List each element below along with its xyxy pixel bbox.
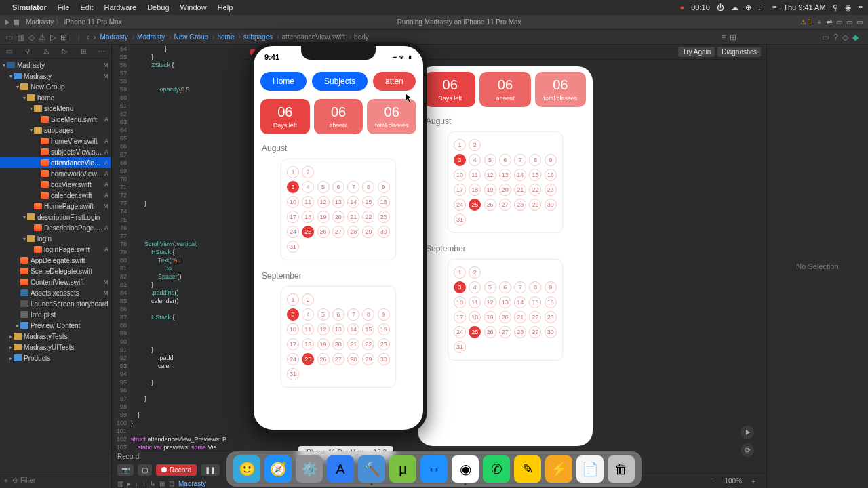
wifi-icon[interactable]: ⋰ (758, 3, 766, 12)
refresh-button[interactable]: ⟳ (741, 443, 754, 457)
dbg-btn[interactable]: ⊡ (169, 480, 174, 487)
file-row[interactable]: ▾subpages (0, 125, 111, 136)
calendar-day[interactable]: 18 (469, 184, 481, 196)
dock-teamviewer[interactable]: ↔ (420, 455, 448, 483)
breadcrumb[interactable]: MadrastyMadrastyNew Grouphomesubpagesatt… (100, 33, 370, 41)
calendar-day[interactable]: 20 (332, 338, 344, 350)
calendar-day[interactable]: 21 (514, 184, 526, 196)
calendar-day[interactable]: 1 (454, 266, 466, 279)
siri-icon[interactable]: ◉ (845, 3, 852, 12)
calendar-day[interactable]: 6 (499, 281, 511, 293)
calendar-day[interactable]: 24 (287, 226, 299, 238)
file-row[interactable]: ▾home (0, 92, 111, 103)
preview-device[interactable]: 06Days left06absent06total classesAugust… (418, 66, 593, 446)
calendar-day[interactable]: 16 (545, 296, 557, 308)
dbg-btn[interactable]: ↓ (135, 480, 138, 487)
zoom-in[interactable]: ＋ (750, 476, 757, 486)
calendar-day[interactable]: 6 (332, 308, 344, 321)
dock-safari[interactable]: 🧭 (264, 455, 292, 483)
dock-utorrent[interactable]: μ (389, 455, 416, 483)
calendar-day[interactable]: 7 (514, 154, 526, 166)
calendar-day[interactable]: 28 (347, 353, 359, 365)
calendar-day[interactable]: 28 (347, 226, 359, 238)
calendar-day[interactable]: 30 (378, 353, 390, 365)
calendar-day[interactable]: 5 (317, 181, 330, 193)
clock[interactable]: Thu 9:41 AM (783, 3, 825, 12)
calendar-day[interactable]: 23 (378, 211, 390, 223)
calendar-day[interactable]: 2 (302, 166, 314, 178)
calendar-day[interactable]: 29 (362, 353, 374, 365)
calendar-day[interactable]: 12 (484, 169, 496, 181)
nav-btn[interactable]: ▭ (5, 33, 13, 42)
calendar-day[interactable]: 18 (302, 338, 314, 350)
calendar-day[interactable]: 15 (529, 296, 541, 308)
calendar-day[interactable]: 25 (302, 226, 314, 238)
calendar-day[interactable]: 16 (545, 169, 557, 181)
screenshot-button[interactable]: ▢ (138, 464, 152, 476)
calendar-day[interactable]: 23 (378, 338, 390, 350)
calendar-day[interactable]: 9 (545, 281, 557, 293)
file-row[interactable]: ContentView.swiftM (0, 277, 111, 287)
warning-icon[interactable]: ⚠︎ (800, 18, 806, 26)
file-row[interactable]: AppDelegate.swift (0, 255, 111, 266)
dock-notes[interactable]: ✎ (514, 455, 541, 483)
dock-appstore[interactable]: A (327, 455, 354, 483)
dock-xcode[interactable]: 🔨 (358, 455, 385, 483)
calendar-day[interactable]: 17 (287, 338, 299, 350)
calendar-day[interactable]: 12 (317, 196, 330, 208)
nav-btn[interactable]: ◇ (28, 33, 35, 42)
file-row[interactable]: SceneDelegate.swift (0, 266, 111, 277)
calendar-day[interactable]: 28 (514, 199, 526, 211)
calendar-day[interactable]: 13 (332, 196, 344, 208)
calendar-day[interactable]: 26 (317, 226, 330, 238)
calendar-day[interactable]: 14 (347, 323, 359, 336)
file-row[interactable]: ▾descriptionFirstLogin (0, 211, 111, 222)
nav-selector[interactable]: ▭⚲⚠▷⊞⋯ (0, 45, 111, 58)
file-row[interactable]: ▾login (0, 233, 111, 244)
calendar-day[interactable]: 25 (302, 353, 314, 365)
dbg-btn[interactable]: ↳ (150, 480, 155, 487)
status-icon[interactable]: ≡ (772, 3, 776, 12)
file-row[interactable]: subjectsView.swiftA (0, 146, 111, 157)
try-again-button[interactable]: Try Again (678, 47, 715, 57)
calendar-day[interactable]: 23 (545, 311, 557, 323)
file-row[interactable]: loginPage.swiftA (0, 244, 111, 255)
calendar-day[interactable]: 5 (317, 308, 330, 321)
editor-opt[interactable]: ⊞ (730, 33, 736, 42)
menu-window[interactable]: Window (180, 3, 207, 12)
dock-whatsapp[interactable]: ✆ (483, 455, 510, 483)
diagnostics-button[interactable]: Diagnostics (717, 47, 761, 57)
calendar-day[interactable]: 11 (302, 323, 314, 336)
calendar-day[interactable]: 2 (469, 139, 481, 151)
calendar-day[interactable]: 8 (529, 281, 541, 293)
calendar-day[interactable]: 22 (362, 211, 374, 223)
calendar-day[interactable]: 11 (302, 196, 314, 208)
calendar-day[interactable]: 12 (317, 323, 330, 336)
calendar-day[interactable]: 10 (287, 196, 299, 208)
status-icon[interactable]: ⊕ (745, 3, 751, 12)
stop-button[interactable] (14, 20, 19, 25)
calendar-day[interactable]: 9 (545, 154, 557, 166)
menu-hardware[interactable]: Hardware (104, 3, 136, 12)
calendar-day[interactable]: 20 (499, 184, 511, 196)
live-preview-button[interactable] (741, 426, 754, 439)
calendar-day[interactable]: 5 (484, 281, 496, 293)
calendar-day[interactable]: 25 (469, 326, 481, 338)
calendar-day[interactable]: 11 (469, 296, 481, 308)
notif-icon[interactable]: ≡ (859, 3, 863, 12)
menu-help[interactable]: Help (218, 3, 233, 12)
calendar-day[interactable]: 17 (454, 311, 466, 323)
file-row[interactable]: attendanceView.swiftA (0, 157, 111, 168)
calendar-day[interactable]: 20 (499, 311, 511, 323)
dock-sysprefs[interactable]: ⚙️ (296, 455, 323, 483)
file-row[interactable]: ▾MadrastyM (0, 70, 111, 81)
file-row[interactable]: calender.swiftA (0, 190, 111, 201)
filter-icon[interactable]: ⊙ (12, 476, 18, 484)
calendar-day[interactable]: 28 (514, 326, 526, 338)
calendar-day[interactable]: 26 (484, 199, 496, 211)
calendar-day[interactable]: 4 (302, 181, 314, 193)
calendar-day[interactable]: 31 (454, 214, 466, 226)
calendar-day[interactable]: 29 (529, 326, 541, 338)
screenshot-button[interactable]: 📷 (117, 464, 134, 476)
calendar-day[interactable]: 15 (529, 169, 541, 181)
